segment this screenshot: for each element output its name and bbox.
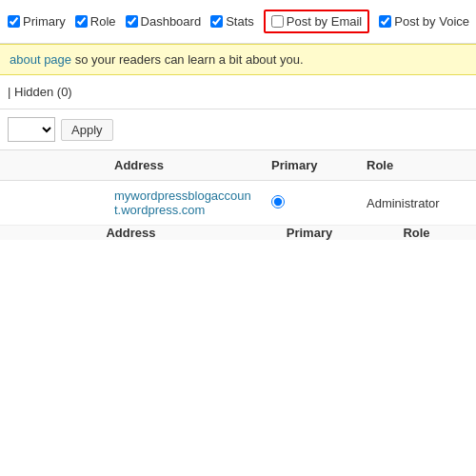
checkbox-post-by-voice-label: Post by Voice bbox=[394, 14, 469, 29]
apply-row: Apply bbox=[0, 109, 476, 149]
address-link[interactable]: mywordpressblogaccount.wordpress.com bbox=[114, 188, 251, 217]
checkbox-item-role: Role bbox=[75, 14, 116, 29]
table-footer-row: Address Primary Role bbox=[0, 226, 476, 241]
table-row: mywordpressblogaccount.wordpress.com Adm… bbox=[0, 181, 476, 226]
checkbox-item-dashboard: Dashboard bbox=[126, 14, 202, 29]
hidden-section: | Hidden (0) bbox=[0, 75, 476, 109]
checkbox-role-label: Role bbox=[90, 14, 116, 29]
checkbox-stats[interactable] bbox=[210, 15, 223, 28]
screen: Primary Role Dashboard Stats Post by Ema… bbox=[0, 0, 476, 476]
checkbox-post-by-voice[interactable] bbox=[379, 15, 391, 28]
checkbox-item-post-by-email: Post by Email bbox=[264, 10, 369, 33]
col-footer-role: Role bbox=[357, 226, 476, 241]
bulk-action-select[interactable] bbox=[8, 117, 55, 142]
checkbox-item-post-by-voice: Post by Voice bbox=[379, 14, 469, 29]
col-header-address: Address bbox=[0, 150, 262, 181]
col-header-role: Role bbox=[357, 150, 476, 181]
cell-role: Administrator bbox=[357, 181, 476, 226]
checkbox-item-primary: Primary bbox=[8, 14, 66, 29]
cell-primary bbox=[262, 181, 357, 226]
notice-text: so your readers can learn a bit about yo… bbox=[75, 52, 304, 67]
checkbox-primary[interactable] bbox=[8, 15, 20, 28]
users-table: Address Primary Role mywordpressblogacco… bbox=[0, 149, 476, 240]
primary-radio[interactable] bbox=[271, 195, 285, 208]
checkbox-post-by-email-label: Post by Email bbox=[287, 14, 362, 29]
checkbox-item-stats: Stats bbox=[210, 14, 254, 29]
checkbox-primary-label: Primary bbox=[23, 14, 66, 29]
hidden-count-label: Hidden (0) bbox=[14, 85, 72, 99]
hidden-label: | Hidden (0) bbox=[8, 85, 72, 99]
col-footer-address: Address bbox=[0, 226, 262, 241]
checkbox-dashboard-label: Dashboard bbox=[141, 14, 202, 29]
checkbox-stats-label: Stats bbox=[226, 14, 254, 29]
notice-bar: about page so your readers can learn a b… bbox=[0, 44, 476, 75]
table-header-row: Address Primary Role bbox=[0, 150, 476, 181]
col-footer-primary: Primary bbox=[262, 226, 357, 241]
notice-link[interactable]: about page bbox=[10, 52, 71, 67]
checkbox-dashboard[interactable] bbox=[126, 15, 138, 28]
apply-button[interactable]: Apply bbox=[61, 119, 113, 141]
col-header-primary: Primary bbox=[262, 150, 357, 181]
checkbox-bar: Primary Role Dashboard Stats Post by Ema… bbox=[0, 0, 476, 44]
checkbox-role[interactable] bbox=[75, 15, 88, 28]
cell-address: mywordpressblogaccount.wordpress.com bbox=[0, 181, 262, 226]
checkbox-post-by-email[interactable] bbox=[271, 15, 284, 28]
